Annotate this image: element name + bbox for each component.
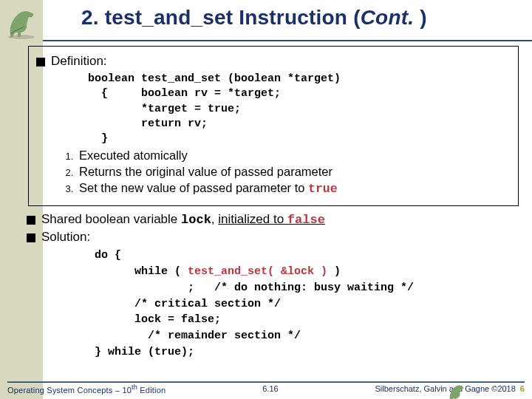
definition-box: Definition: boolean test_and_set (boolea… (28, 46, 519, 206)
bullet-square-icon (27, 233, 35, 242)
code-line: lock = false; (95, 313, 221, 326)
title-text-b: ) (414, 6, 427, 29)
slide: 2. test_and_set Instruction (Cont. ) Def… (0, 0, 532, 399)
logo (0, 0, 43, 40)
title-text-italic: Cont. (361, 6, 415, 29)
dinosaur-small-icon (446, 381, 467, 398)
code-line-post: ) (327, 265, 341, 278)
title-text-a: 2. test_and_set Instruction ( (81, 6, 361, 29)
definition-bullet: Definition: (36, 54, 511, 69)
dinosaur-icon (4, 4, 38, 40)
title-rule (43, 40, 532, 41)
page-number-badge: 6 (520, 384, 525, 393)
footer-left-b: Edition (137, 385, 166, 394)
shared-pre: Shared boolean variable (41, 212, 181, 226)
footer-left-sup: th (132, 383, 137, 391)
solution-label: Solution: (41, 230, 90, 245)
shared-bullet: Shared boolean variable lock, initialize… (27, 212, 520, 227)
bullet-square-icon (27, 216, 35, 225)
shared-text: Shared boolean variable lock, initialize… (41, 212, 325, 227)
code-line: } while (true); (95, 346, 194, 358)
li-text: Returns the original value of passed par… (79, 165, 332, 178)
footer-right-text: Silberschatz, Galvin and Gagne ©2018 (375, 384, 516, 393)
footer-left: Operating System Concepts – 10th Edition (7, 383, 166, 395)
definition-label: Definition: (51, 54, 107, 69)
footer-left-a: Operating System Concepts – 10 (7, 385, 132, 394)
shared-underline-pre: initialized to (218, 212, 287, 226)
code-line: ; /* do nothing: busy waiting */ (95, 282, 414, 294)
footer-mid: 6.16 (262, 384, 278, 393)
keyword-false: false (287, 213, 325, 227)
list-item: Returns the original value of passed par… (76, 165, 511, 179)
bullet-square-icon (36, 58, 45, 66)
solution-bullet: Solution: (27, 230, 520, 245)
li-text: Set the new value of passed parameter to (79, 181, 308, 194)
shared-underline: initialized to false (218, 212, 325, 226)
definition-code: boolean test_and_set (boolean *target) {… (88, 72, 511, 146)
keyword-true: true (308, 182, 338, 196)
code-line-red: test_and_set( &lock ) (188, 265, 327, 278)
content-area: Definition: boolean test_and_set (boolea… (27, 44, 520, 378)
keyword-lock: lock (181, 213, 211, 227)
li-text: Executed atomically (79, 149, 188, 162)
code-line: /* critical section */ (95, 298, 281, 310)
code-line: /* remainder section */ (95, 330, 301, 342)
shared-mid: , (211, 212, 218, 226)
code-line-pre: while ( (95, 265, 188, 278)
list-item: Set the new value of passed parameter to… (76, 181, 511, 196)
slide-title: 2. test_and_set Instruction (Cont. ) (81, 6, 427, 30)
definition-list: Executed atomically Returns the original… (76, 149, 511, 196)
code-line: do { (95, 249, 121, 262)
solution-code: do { while ( test_and_set( &lock ) ) ; /… (95, 248, 520, 360)
list-item: Executed atomically (76, 149, 511, 163)
